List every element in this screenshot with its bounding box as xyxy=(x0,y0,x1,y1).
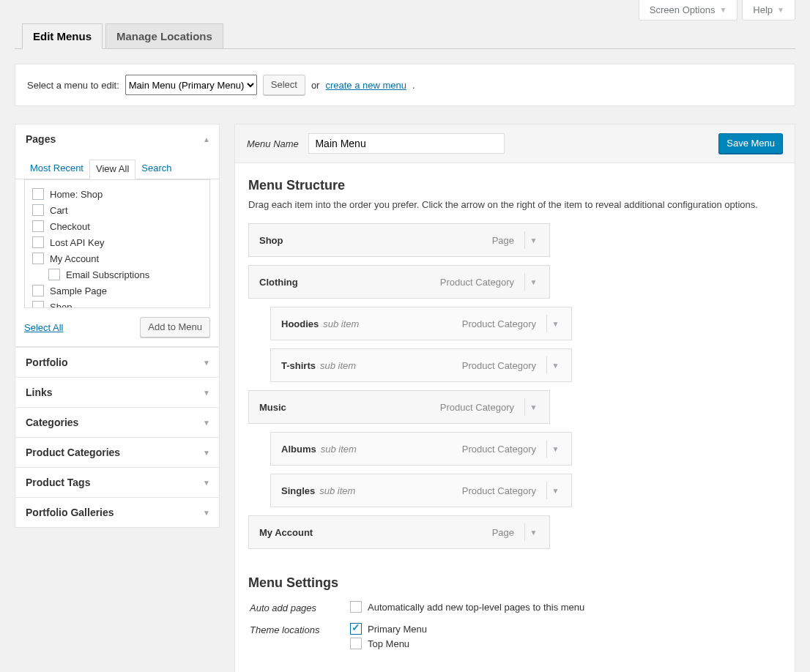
tab-edit-menus[interactable]: Edit Menus xyxy=(22,23,103,49)
top-menu-text: Top Menu xyxy=(368,638,409,649)
menu-item-title: Music xyxy=(259,402,286,413)
primary-menu-checkbox[interactable] xyxy=(350,623,362,635)
screen-options-label: Screen Options xyxy=(650,4,716,15)
tab-manage-locations[interactable]: Manage Locations xyxy=(105,23,223,49)
subtab-most-recent[interactable]: Most Recent xyxy=(24,160,89,179)
menu-item[interactable]: My AccountPage▼ xyxy=(248,515,550,549)
pages-list-checkbox[interactable] xyxy=(32,236,44,248)
menu-name-label: Menu Name xyxy=(247,138,299,149)
pages-list-item[interactable]: Cart xyxy=(32,202,202,218)
menu-item-type: Page xyxy=(492,235,514,246)
menu-item-title: Shop xyxy=(259,235,283,246)
menu-item-toggle[interactable]: ▼ xyxy=(546,482,564,499)
menu-item[interactable]: Singlessub itemProduct Category▼ xyxy=(270,474,572,507)
auto-add-pages-checkbox-row[interactable]: Automatically add new top-level pages to… xyxy=(350,601,584,613)
chevron-down-icon: ▼ xyxy=(777,6,784,14)
or-text: or xyxy=(311,80,320,91)
accordion-header[interactable]: Product Tags▼ xyxy=(15,468,219,497)
menu-item[interactable]: ClothingProduct Category▼ xyxy=(248,265,550,299)
menu-item-toggle[interactable]: ▼ xyxy=(524,231,542,249)
help-button[interactable]: Help ▼ xyxy=(742,0,795,20)
subtab-view-all[interactable]: View All xyxy=(89,160,135,179)
menu-select[interactable]: Main Menu (Primary Menu) xyxy=(125,75,257,95)
accordion-product-tags: Product Tags▼ xyxy=(15,468,220,498)
pages-list-item[interactable]: Lost API Key xyxy=(32,234,202,250)
auto-add-pages-checkbox[interactable] xyxy=(350,601,362,613)
menu-name-input[interactable] xyxy=(308,133,505,154)
menu-item-toggle[interactable]: ▼ xyxy=(546,315,564,332)
chevron-up-icon: ▲ xyxy=(203,135,210,143)
pages-list-label: Home: Shop xyxy=(50,189,103,200)
accordion-links: Links▼ xyxy=(15,378,220,408)
menu-structure-title: Menu Structure xyxy=(248,178,781,193)
create-menu-link[interactable]: create a new menu xyxy=(325,80,406,91)
subtab-search[interactable]: Search xyxy=(135,160,177,179)
pages-list-item[interactable]: Shop xyxy=(32,299,202,308)
accordion-header[interactable]: Portfolio Galleries▼ xyxy=(15,498,219,527)
chevron-down-icon: ▼ xyxy=(203,419,210,427)
menu-item-type: Product Category xyxy=(462,360,536,371)
sub-item-label: sub item xyxy=(319,485,355,496)
pages-list-checkbox[interactable] xyxy=(32,220,44,232)
menu-structure-hint: Drag each item into the order you prefer… xyxy=(248,199,781,210)
menu-item-toggle[interactable]: ▼ xyxy=(524,273,542,291)
menu-item[interactable]: MusicProduct Category▼ xyxy=(248,390,550,424)
pages-list-item[interactable]: Sample Page xyxy=(32,283,202,299)
chevron-down-icon: ▼ xyxy=(203,479,210,487)
menu-item-toggle[interactable]: ▼ xyxy=(524,523,542,541)
primary-menu-text: Primary Menu xyxy=(368,624,427,635)
select-all-link[interactable]: Select All xyxy=(24,322,63,333)
nav-tabs: Edit Menus Manage Locations xyxy=(15,23,795,49)
menu-item-toggle[interactable]: ▼ xyxy=(546,356,564,374)
menu-item-toggle[interactable]: ▼ xyxy=(546,440,564,458)
accordion-categories: Categories▼ xyxy=(15,408,220,438)
pages-list-checkbox[interactable] xyxy=(32,188,44,200)
pages-list-item[interactable]: My Account xyxy=(32,250,202,266)
pages-list[interactable]: Home: ShopCartCheckoutLost API KeyMy Acc… xyxy=(24,179,210,308)
primary-menu-checkbox-row[interactable]: Primary Menu xyxy=(350,623,427,635)
save-menu-button-top[interactable]: Save Menu xyxy=(718,133,783,154)
pages-list-checkbox[interactable] xyxy=(32,253,44,264)
top-menu-checkbox-row[interactable]: Top Menu xyxy=(350,638,409,649)
pages-list-item[interactable]: Checkout xyxy=(32,218,202,234)
accordion-pages-header[interactable]: Pages ▲ xyxy=(15,124,219,154)
pages-list-checkbox[interactable] xyxy=(48,269,60,280)
accordion-header[interactable]: Categories▼ xyxy=(15,408,219,437)
menu-item-type: Product Category xyxy=(462,444,536,455)
theme-locations-label: Theme locations xyxy=(250,620,349,655)
menu-item-type: Page xyxy=(492,527,514,538)
top-menu-checkbox[interactable] xyxy=(350,638,362,649)
accordion-title: Links xyxy=(26,387,53,398)
menu-item[interactable]: Hoodiessub itemProduct Category▼ xyxy=(270,307,572,340)
accordion-pages-title: Pages xyxy=(26,133,56,145)
sub-item-label: sub item xyxy=(323,318,359,329)
chevron-down-icon: ▼ xyxy=(203,359,210,367)
screen-options-button[interactable]: Screen Options ▼ xyxy=(639,0,738,20)
pages-list-label: Email Subscriptions xyxy=(66,269,149,280)
menu-item-type: Product Category xyxy=(462,318,536,329)
accordion-title: Portfolio Galleries xyxy=(26,507,114,518)
pages-list-checkbox[interactable] xyxy=(32,301,44,308)
menu-item[interactable]: ShopPage▼ xyxy=(248,223,550,257)
accordion-header[interactable]: Links▼ xyxy=(15,378,219,407)
accordion-header[interactable]: Portfolio▼ xyxy=(15,348,219,377)
sub-item-label: sub item xyxy=(321,444,357,455)
select-button[interactable]: Select xyxy=(263,75,305,95)
menu-item-title: My Account xyxy=(259,527,313,538)
chevron-down-icon: ▼ xyxy=(203,449,210,457)
menu-item[interactable]: Albumssub itemProduct Category▼ xyxy=(270,432,572,466)
select-menu-label: Select a menu to edit: xyxy=(27,80,119,91)
accordion-header[interactable]: Product Categories▼ xyxy=(15,438,219,467)
pages-list-checkbox[interactable] xyxy=(32,204,44,216)
sub-item-label: sub item xyxy=(320,360,356,371)
pages-list-item[interactable]: Email Subscriptions xyxy=(32,266,202,283)
menu-item[interactable]: T-shirtssub itemProduct Category▼ xyxy=(270,348,572,382)
add-to-menu-button[interactable]: Add to Menu xyxy=(140,317,210,337)
pages-list-label: Shop xyxy=(50,302,72,309)
menu-item-toggle[interactable]: ▼ xyxy=(524,398,542,416)
pages-list-checkbox[interactable] xyxy=(32,285,44,296)
pages-list-label: Lost API Key xyxy=(50,237,104,248)
accordion-portfolio: Portfolio▼ xyxy=(15,347,220,378)
accordion-pages: Pages ▲ Most Recent View All Search Home… xyxy=(15,124,220,347)
pages-list-item[interactable]: Home: Shop xyxy=(32,186,202,202)
